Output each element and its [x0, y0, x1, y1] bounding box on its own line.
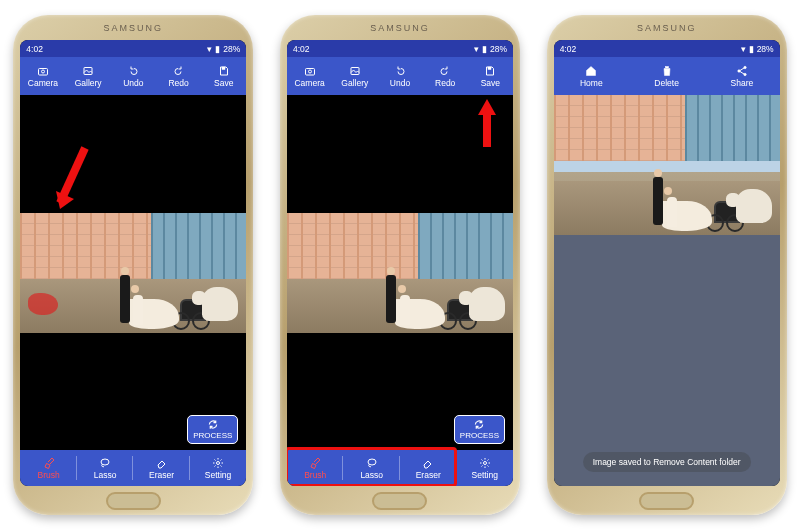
device-brand: SAMSUNG — [554, 22, 780, 40]
battery-pct: 28% — [223, 44, 240, 54]
gallery-button[interactable]: Gallery — [66, 65, 111, 88]
brush-tool[interactable]: Brush — [20, 450, 77, 486]
lasso-icon — [98, 457, 112, 469]
eraser-tool[interactable]: Eraser — [133, 450, 190, 486]
refresh-icon — [473, 419, 485, 430]
save-icon — [483, 65, 497, 77]
gallery-button[interactable]: Gallery — [332, 65, 377, 88]
undo-button[interactable]: Undo — [111, 65, 156, 88]
canvas[interactable]: PROCESS — [20, 95, 246, 450]
annotation-arrow — [475, 97, 499, 151]
save-label: Save — [214, 78, 233, 88]
home-button-hw[interactable] — [372, 492, 427, 510]
eraser-icon — [421, 457, 435, 469]
top-toolbar: Camera Gallery Undo Redo Save — [20, 57, 246, 95]
lasso-tool[interactable]: Lasso — [77, 450, 134, 486]
refresh-icon — [207, 419, 219, 430]
camera-icon — [36, 65, 50, 77]
device-brand: SAMSUNG — [287, 22, 513, 40]
share-icon — [735, 65, 749, 77]
toast: Image saved to Remove Content folder — [583, 452, 751, 472]
svg-point-1 — [41, 70, 44, 73]
svg-rect-12 — [665, 66, 668, 68]
result-canvas: Image saved to Remove Content folder — [554, 95, 780, 486]
signal-icon: ▮ — [749, 44, 754, 54]
redo-icon — [172, 65, 186, 77]
wifi-icon: ▾ — [207, 44, 212, 54]
status-time: 4:02 — [560, 44, 577, 54]
redo-button[interactable]: Redo — [423, 65, 468, 88]
camera-label: Camera — [28, 78, 58, 88]
setting-tool[interactable]: Setting — [190, 450, 247, 486]
redo-button[interactable]: Redo — [156, 65, 201, 88]
camera-label: Camera — [294, 78, 324, 88]
top-toolbar: Camera Gallery Undo Redo Save — [287, 57, 513, 95]
process-label: PROCESS — [193, 431, 232, 440]
undo-icon — [126, 65, 140, 77]
brush-label: Brush — [37, 470, 59, 480]
redo-label: Redo — [168, 78, 188, 88]
gallery-icon — [348, 65, 362, 77]
brush-label: Brush — [304, 470, 326, 480]
brush-tool[interactable]: Brush — [287, 450, 344, 486]
bottom-toolbar: Brush Lasso Eraser Setting — [287, 450, 513, 486]
redo-label: Redo — [435, 78, 455, 88]
svg-rect-0 — [38, 68, 47, 75]
home-icon — [584, 65, 598, 77]
camera-button[interactable]: Camera — [20, 65, 65, 88]
eraser-icon — [155, 457, 169, 469]
brush-icon — [308, 457, 322, 469]
eraser-tool[interactable]: Eraser — [400, 450, 457, 486]
svg-rect-9 — [488, 67, 491, 70]
status-bar: 4:02 ▾ ▮ 28% — [20, 40, 246, 57]
lasso-tool[interactable]: Lasso — [343, 450, 400, 486]
undo-button[interactable]: Undo — [377, 65, 422, 88]
wifi-icon: ▾ — [474, 44, 479, 54]
photo — [287, 213, 513, 333]
process-button[interactable]: PROCESS — [187, 415, 238, 444]
gallery-icon — [81, 65, 95, 77]
svg-point-11 — [483, 461, 486, 464]
brush-icon — [42, 457, 56, 469]
save-button[interactable]: Save — [468, 65, 513, 88]
photo — [554, 95, 780, 235]
delete-icon — [660, 65, 674, 77]
eraser-label: Eraser — [416, 470, 441, 480]
status-bar: 4:02 ▾ ▮ 28% — [287, 40, 513, 57]
canvas[interactable]: PROCESS — [287, 95, 513, 450]
eraser-label: Eraser — [149, 470, 174, 480]
signal-icon: ▮ — [482, 44, 487, 54]
setting-tool[interactable]: Setting — [456, 450, 513, 486]
home-button[interactable]: Home — [554, 65, 629, 88]
photo — [20, 213, 246, 333]
save-icon — [217, 65, 231, 77]
undo-label: Undo — [390, 78, 410, 88]
svg-rect-6 — [305, 68, 314, 75]
delete-button[interactable]: Delete — [629, 65, 704, 88]
save-label: Save — [481, 78, 500, 88]
bottom-toolbar: Brush Lasso Eraser Setting — [20, 450, 246, 486]
undo-icon — [393, 65, 407, 77]
delete-label: Delete — [654, 78, 679, 88]
svg-rect-3 — [222, 67, 225, 70]
battery-pct: 28% — [490, 44, 507, 54]
gear-icon — [211, 457, 225, 469]
phone-step3: SAMSUNG 4:02 ▾ ▮ 28% Home Delete Share — [547, 15, 787, 515]
battery-pct: 28% — [757, 44, 774, 54]
home-button-hw[interactable] — [639, 492, 694, 510]
status-time: 4:02 — [293, 44, 310, 54]
svg-point-5 — [217, 461, 220, 464]
device-brand: SAMSUNG — [20, 22, 246, 40]
toast-text: Image saved to Remove Content folder — [593, 457, 741, 467]
home-button-hw[interactable] — [106, 492, 161, 510]
share-button[interactable]: Share — [704, 65, 779, 88]
redo-icon — [438, 65, 452, 77]
camera-button[interactable]: Camera — [287, 65, 332, 88]
process-button[interactable]: PROCESS — [454, 415, 505, 444]
setting-label: Setting — [205, 470, 231, 480]
process-label: PROCESS — [460, 431, 499, 440]
setting-label: Setting — [472, 470, 498, 480]
camera-icon — [303, 65, 317, 77]
save-button[interactable]: Save — [201, 65, 246, 88]
status-bar: 4:02 ▾ ▮ 28% — [554, 40, 780, 57]
